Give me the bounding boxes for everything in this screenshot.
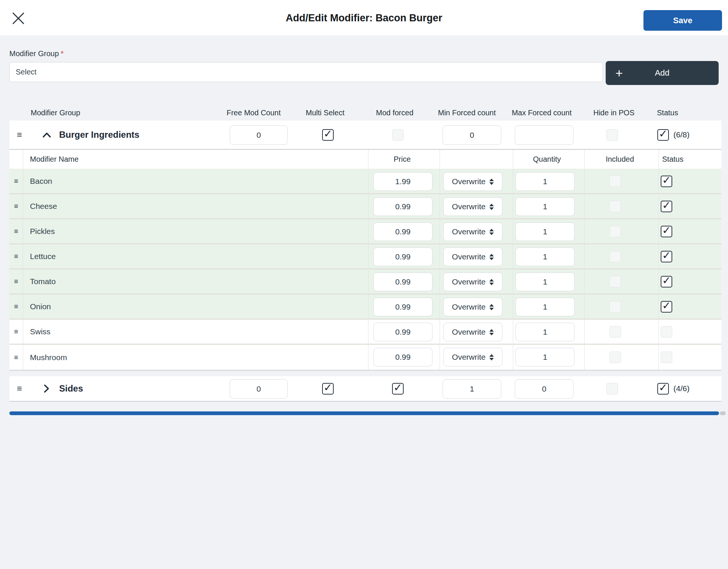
drag-handle-icon[interactable]: ≡: [17, 130, 22, 140]
free-mod-count-input[interactable]: 0: [230, 125, 288, 145]
up-down-arrows-icon: [489, 304, 494, 310]
status-checkbox[interactable]: [661, 276, 672, 287]
quantity-input[interactable]: 1: [516, 197, 575, 216]
modifier-group-select[interactable]: Select: [9, 62, 603, 82]
status-checkbox[interactable]: [661, 352, 672, 363]
price-input[interactable]: 0.99: [373, 247, 432, 266]
quantity-input[interactable]: 1: [516, 298, 575, 316]
collapse-group-button[interactable]: [42, 121, 51, 149]
min-forced-count-input[interactable]: 1: [443, 379, 501, 399]
quantity-input[interactable]: 1: [516, 348, 575, 366]
add-button[interactable]: + Add: [606, 61, 719, 85]
price-mode-select[interactable]: Overwrite: [443, 197, 502, 216]
included-checkbox[interactable]: [609, 276, 621, 287]
modifier-name: Mushroom: [30, 353, 67, 362]
quantity-input[interactable]: 1: [516, 222, 575, 241]
price-mode-select[interactable]: Overwrite: [443, 298, 502, 316]
free-mod-count-input[interactable]: 0: [230, 379, 288, 399]
mod-forced-checkbox[interactable]: [392, 129, 404, 141]
price-mode-select[interactable]: Overwrite: [443, 323, 502, 341]
min-forced-count-input[interactable]: 0: [443, 125, 501, 145]
modifier-table-header: Modifier Name Price Quantity Included St…: [9, 150, 721, 169]
price-input[interactable]: 0.99: [373, 323, 432, 341]
price-input[interactable]: 0.99: [373, 348, 432, 366]
expand-group-button[interactable]: [44, 376, 49, 401]
col-price: Price: [394, 155, 411, 164]
status-checkbox[interactable]: [661, 176, 672, 187]
drag-handle-icon[interactable]: ≡: [14, 227, 18, 235]
drag-handle-icon[interactable]: ≡: [14, 353, 18, 362]
drag-handle-icon[interactable]: ≡: [14, 277, 18, 286]
group-table-header: Modifier Group Free Mod Count Multi Sele…: [0, 106, 728, 121]
price-mode-select[interactable]: Overwrite: [443, 247, 502, 266]
price-mode-select[interactable]: Overwrite: [443, 172, 502, 191]
quantity-input[interactable]: 1: [516, 323, 575, 341]
drag-handle-icon[interactable]: ≡: [14, 252, 18, 261]
price-input[interactable]: 0.99: [373, 298, 432, 316]
status-checkbox[interactable]: [661, 301, 672, 313]
save-button[interactable]: Save: [643, 10, 722, 31]
included-checkbox[interactable]: [609, 226, 621, 237]
horizontal-scrollbar: [9, 411, 726, 415]
drag-handle-icon[interactable]: ≡: [14, 302, 18, 311]
hide-in-pos-checkbox[interactable]: [606, 129, 618, 141]
drag-handle-icon[interactable]: ≡: [14, 177, 18, 185]
scrollbar-thumb[interactable]: [9, 411, 719, 415]
status-checkbox[interactable]: [657, 383, 669, 395]
chevron-up-icon: [42, 132, 51, 138]
included-checkbox[interactable]: [609, 176, 621, 187]
modifier-name: Onion: [30, 302, 51, 311]
status-checkbox[interactable]: [657, 129, 669, 141]
quantity-input[interactable]: 1: [516, 247, 575, 266]
col-quantity: Quantity: [533, 155, 561, 164]
status-checkbox[interactable]: [661, 226, 672, 237]
status-checkbox[interactable]: [661, 326, 672, 338]
col-modifier-group: Modifier Group: [31, 109, 80, 117]
max-forced-count-input[interactable]: 0: [515, 379, 573, 399]
included-checkbox[interactable]: [609, 326, 621, 338]
price-mode-select[interactable]: Overwrite: [443, 273, 502, 291]
price-input[interactable]: 0.99: [373, 222, 432, 241]
col-modifier-name: Modifier Name: [30, 155, 79, 164]
modal-header: Add/Edit Modifier: Bacon Burger Save: [0, 0, 728, 36]
hide-in-pos-checkbox[interactable]: [606, 383, 618, 395]
included-checkbox[interactable]: [609, 301, 621, 313]
multi-select-checkbox[interactable]: [322, 129, 334, 141]
price-mode-select[interactable]: Overwrite: [443, 348, 502, 366]
group-row-burger-ingredients: ≡ Burger Ingredients 0 0 (6/8): [9, 121, 721, 150]
price-input[interactable]: 1.99: [373, 172, 432, 191]
modifier-name: Cheese: [30, 202, 57, 211]
included-checkbox[interactable]: [609, 352, 621, 363]
col-mod-forced: Mod forced: [376, 109, 413, 117]
included-checkbox[interactable]: [609, 251, 621, 262]
drag-handle-icon[interactable]: ≡: [14, 328, 18, 336]
mod-forced-checkbox[interactable]: [392, 383, 404, 395]
modifier-table: Modifier Name Price Quantity Included St…: [9, 150, 721, 371]
modifier-row: ≡ Cheese 0.99 Overwrite 1: [9, 194, 721, 219]
multi-select-checkbox[interactable]: [322, 383, 334, 395]
modifier-name: Pickles: [30, 227, 55, 236]
quantity-input[interactable]: 1: [516, 172, 575, 191]
chevron-right-icon: [44, 384, 49, 393]
col-included: Included: [606, 155, 634, 164]
status-checkbox[interactable]: [661, 251, 672, 262]
scrollbar-track-end: [720, 411, 726, 415]
modifier-row: ≡ Lettuce 0.99 Overwrite 1: [9, 244, 721, 270]
col-max-forced: Max Forced count: [512, 109, 572, 117]
group-name: Burger Ingredients: [59, 130, 140, 140]
modifier-name: Swiss: [30, 327, 51, 336]
modifier-name: Lettuce: [30, 252, 56, 261]
price-mode-select[interactable]: Overwrite: [443, 222, 502, 241]
status-checkbox[interactable]: [661, 201, 672, 212]
max-forced-count-input[interactable]: [515, 125, 573, 145]
price-input[interactable]: 0.99: [373, 273, 432, 291]
col-hide-in-pos: Hide in POS: [593, 109, 634, 117]
group-name: Sides: [59, 383, 83, 394]
modifier-name: Tomato: [30, 277, 56, 286]
quantity-input[interactable]: 1: [516, 273, 575, 291]
included-checkbox[interactable]: [609, 201, 621, 212]
drag-handle-icon[interactable]: ≡: [17, 383, 22, 394]
drag-handle-icon[interactable]: ≡: [14, 202, 18, 210]
up-down-arrows-icon: [489, 329, 494, 335]
price-input[interactable]: 0.99: [373, 197, 432, 216]
